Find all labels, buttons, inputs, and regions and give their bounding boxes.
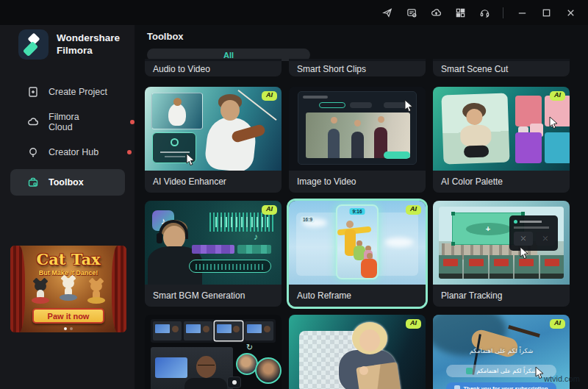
promo-title: Cat Tax <box>10 250 126 268</box>
aspect-ratio-16-9-badge: 16:9 <box>301 216 315 223</box>
cursor-icon <box>404 99 414 112</box>
watermark: wtvid.com <box>544 374 580 383</box>
render-queue-icon[interactable] <box>406 7 417 18</box>
tool-card-ai-video-enhancer[interactable]: AI AI Video Enhancer <box>145 87 282 193</box>
filmstrip <box>151 319 276 343</box>
brand-line2: Filmora <box>57 45 120 57</box>
tool-thumbnail: AI <box>433 87 570 171</box>
tool-card-label: Smart BGM Generation <box>145 285 282 307</box>
sidebar-item-label: Create Project <box>49 87 107 97</box>
tool-card-smart-short-clips[interactable]: Smart Short Clips <box>289 59 426 76</box>
share-icon[interactable] <box>381 7 393 18</box>
music-note-icon: ♪ <box>254 232 258 242</box>
sidebar-item-create-project[interactable]: Create Project <box>0 76 135 107</box>
rotate-arrow-icon: ↻ <box>246 343 253 352</box>
dancing-cat-illustration <box>59 278 78 304</box>
titlebar <box>0 0 588 25</box>
tool-card-image-to-video[interactable]: Image to Video <box>289 87 426 193</box>
caption-icon <box>466 368 473 374</box>
dancing-cat-illustration <box>31 281 50 307</box>
tool-card-label: Smart Short Clips <box>289 61 426 76</box>
tool-thumbnail: AI <box>145 87 282 171</box>
caption-icon <box>454 385 460 389</box>
ai-badge: AI <box>262 205 277 215</box>
planar-tracking-popup: ⤫⤫ <box>509 215 558 251</box>
arabic-caption-overlay: شكراً لكم على اهتمامكم <box>433 347 570 354</box>
sidebar: Wondershare Filmora Create Project Filmo… <box>0 25 135 389</box>
generate-button-illustration <box>384 151 410 159</box>
filmora-logo-icon <box>18 29 49 60</box>
tool-card-smart-bgm-generation[interactable]: AI ♪ ♪ Smart BGM Generation <box>145 201 282 307</box>
tool-card-label: Planar Tracking <box>433 285 570 307</box>
tool-card-label: Smart Scene Cut <box>433 61 570 76</box>
support-headset-icon[interactable] <box>478 7 490 18</box>
sidebar-item-toolbox[interactable]: Toolbox <box>0 167 135 197</box>
app-brand: Wondershare Filmora <box>18 29 120 60</box>
cloud-icon <box>27 116 39 128</box>
notification-dot <box>127 150 132 154</box>
banner-pagination-dots[interactable] <box>64 327 73 330</box>
ai-badge: AI <box>550 319 565 329</box>
tool-card-audio-to-video[interactable]: Audio to Video <box>145 59 282 76</box>
ai-badge: AI <box>262 91 277 101</box>
sidebar-item-filmora-cloud[interactable]: Filmora Cloud <box>0 107 135 137</box>
tool-card-ai-color-palette[interactable]: AI AI Color Palette <box>433 87 570 193</box>
ai-badge: AI <box>550 91 565 101</box>
aspect-ratio-9-16-badge: 9:16 <box>349 208 365 215</box>
sidebar-nav: Create Project Filmora Cloud Creator Hub… <box>0 76 135 197</box>
promo-subtitle: But Make It Dance! <box>10 269 126 276</box>
minimize-icon[interactable] <box>516 7 528 18</box>
toolbox-icon <box>27 176 39 188</box>
sidebar-item-creator-hub[interactable]: Creator Hub <box>0 137 135 167</box>
tool-thumbnail: AI <box>289 315 426 389</box>
filmstrip <box>439 255 564 279</box>
tool-thumbnail <box>289 87 426 171</box>
filter-tab-label: All <box>223 51 234 60</box>
notification-dot <box>130 120 135 124</box>
sidebar-item-label: Toolbox <box>49 177 84 188</box>
tool-thumbnail: + ⤫⤫ <box>433 201 570 285</box>
promo-banner[interactable]: Cat Tax But Make It Dance! Paw it now <box>10 246 126 332</box>
tool-card-bottom-center[interactable]: AI <box>289 315 426 389</box>
cursor-icon <box>549 116 559 129</box>
close-icon[interactable] <box>564 7 576 18</box>
tool-card-label: Audio to Video <box>145 61 282 76</box>
titlebar-divider <box>503 7 503 18</box>
english-caption-bar: Thank you for your subscription <box>446 382 556 389</box>
sidebar-item-label: Creator Hub <box>49 147 98 157</box>
tool-thumbnail: AI 16:9 9:16 <box>289 201 426 285</box>
tool-card-bottom-left[interactable]: ↻ <box>145 315 282 389</box>
filmora-window: { "titlebar": { "icons": ["share-icon","… <box>0 0 588 389</box>
tool-card-label: AI Color Palette <box>433 171 570 193</box>
cloud-upload-icon[interactable] <box>430 7 442 18</box>
cursor-icon <box>186 153 196 165</box>
maximize-icon[interactable] <box>540 7 552 18</box>
tool-card-smart-scene-cut[interactable]: Smart Scene Cut <box>433 59 570 76</box>
ai-badge: AI <box>406 319 421 329</box>
document-plus-icon <box>27 86 39 98</box>
sidebar-item-label: Filmora Cloud <box>49 112 101 132</box>
dancing-cat-illustration <box>87 281 106 307</box>
lightbulb-icon <box>27 146 39 158</box>
tool-card-label: AI Video Enhancer <box>145 171 282 193</box>
tool-thumbnail: AI ♪ ♪ <box>145 201 282 285</box>
promo-cta-button[interactable]: Paw it now <box>32 308 104 324</box>
page-title: Toolbox <box>147 31 184 42</box>
tool-card-label: Image to Video <box>289 171 426 193</box>
tool-thumbnail: ↻ <box>145 315 282 389</box>
tool-card-label: Auto Reframe <box>289 285 426 307</box>
tool-card-auto-reframe[interactable]: AI 16:9 9:16 Auto Reframe <box>289 201 426 307</box>
tool-card-planar-tracking[interactable]: + ⤫⤫ Planar Tracking <box>433 201 570 307</box>
workspace-grid-icon[interactable] <box>454 7 466 18</box>
ai-badge: AI <box>406 205 421 215</box>
cursor-icon <box>520 246 529 259</box>
brand-line1: Wondershare <box>57 32 120 45</box>
